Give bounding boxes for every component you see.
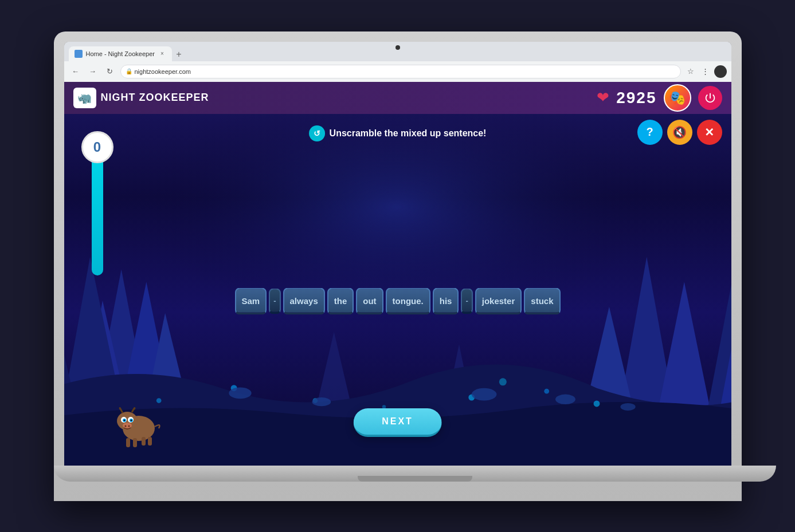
game-logo: 🦏 NIGHT ZOOKEEPER	[73, 88, 209, 108]
instruction-icon: ↺	[309, 125, 325, 141]
svg-point-36	[124, 425, 126, 427]
word-tiles-container: Sam - always the out tongue. his - jokes…	[235, 287, 561, 314]
help-label: ?	[646, 125, 653, 139]
svg-rect-41	[148, 437, 152, 446]
instruction-bar: ↺ Unscramble the mixed up sentence!	[309, 125, 487, 141]
svg-point-34	[130, 419, 132, 421]
word-tile-6[interactable]: his	[433, 287, 459, 314]
back-button[interactable]: ←	[69, 65, 83, 78]
word-tile-0[interactable]: Sam	[235, 287, 267, 314]
score-timer: 0	[81, 131, 113, 275]
svg-rect-38	[126, 438, 130, 447]
browser-tab-active[interactable]: Home - Night Zookeeper ×	[69, 46, 172, 61]
svg-rect-40	[142, 437, 146, 446]
power-button[interactable]	[698, 86, 722, 110]
close-icon: ✕	[704, 125, 714, 139]
heart-icon: ❤	[597, 89, 609, 107]
laptop-camera	[395, 45, 400, 50]
svg-rect-39	[133, 438, 137, 447]
game-content: 0 ↺ Unscramble the mixed up sentence! ? …	[64, 114, 731, 466]
tab-title: Home - Night Zookeeper	[86, 50, 155, 57]
laptop-shell: Home - Night Zookeeper × + ← → ↻ 🔒 night…	[54, 31, 742, 501]
sound-icon: 🔇	[672, 125, 687, 139]
help-button[interactable]: ?	[637, 120, 663, 145]
bookmark-icon[interactable]: ☆	[684, 65, 697, 78]
forward-button[interactable]: →	[86, 65, 100, 78]
tab-close-button[interactable]: ×	[158, 50, 166, 58]
sound-button[interactable]: 🔇	[667, 120, 692, 145]
word-tile-8[interactable]: jokester	[475, 287, 522, 314]
game-area: 🦏 NIGHT ZOOKEEPER ❤ 2925 🎭	[64, 82, 731, 466]
next-button[interactable]: NEXT	[353, 408, 442, 437]
control-buttons: ? 🔇 ✕	[637, 120, 722, 145]
close-button[interactable]: ✕	[697, 120, 722, 145]
svg-point-33	[123, 419, 125, 421]
word-tile-2[interactable]: always	[283, 287, 325, 314]
new-tab-button[interactable]: +	[172, 48, 186, 61]
word-tile-1[interactable]: -	[269, 288, 280, 314]
game-header: 🦏 NIGHT ZOOKEEPER ❤ 2925 🎭	[64, 82, 731, 114]
header-right: ❤ 2925 🎭	[597, 84, 722, 112]
power-icon	[704, 92, 716, 104]
instruction-text: Unscramble the mixed up sentence!	[330, 128, 487, 139]
timer-bar	[92, 161, 103, 275]
word-tile-5[interactable]: tongue.	[386, 287, 430, 314]
user-avatar[interactable]: 🎭	[664, 84, 691, 112]
logo-text: NIGHT ZOOKEEPER	[101, 92, 209, 104]
animal-character	[110, 391, 167, 448]
logo-image: 🦏	[73, 88, 96, 108]
score-display: 2925	[616, 89, 656, 107]
refresh-button[interactable]: ↻	[103, 65, 117, 78]
word-tile-7[interactable]: -	[461, 288, 472, 314]
score-circle: 0	[81, 131, 113, 163]
secure-icon: 🔒	[126, 68, 132, 74]
laptop-screen: Home - Night Zookeeper × + ← → ↻ 🔒 night…	[64, 42, 731, 466]
svg-point-37	[128, 425, 130, 427]
url-text: nightzookeeper.com	[135, 68, 191, 75]
profile-icon[interactable]	[714, 65, 727, 78]
browser-toolbar: ← → ↻ 🔒 nightzookeeper.com ☆ ⋮	[64, 61, 731, 82]
word-tile-3[interactable]: the	[327, 287, 354, 314]
word-tile-4[interactable]: out	[356, 287, 383, 314]
address-bar[interactable]: 🔒 nightzookeeper.com	[120, 65, 681, 78]
laptop-bottom	[54, 466, 776, 482]
word-tile-9[interactable]: stuck	[524, 287, 560, 314]
extensions-icon[interactable]: ⋮	[699, 65, 712, 78]
tab-favicon	[75, 50, 83, 58]
browser-toolbar-right: ☆ ⋮	[684, 65, 727, 78]
